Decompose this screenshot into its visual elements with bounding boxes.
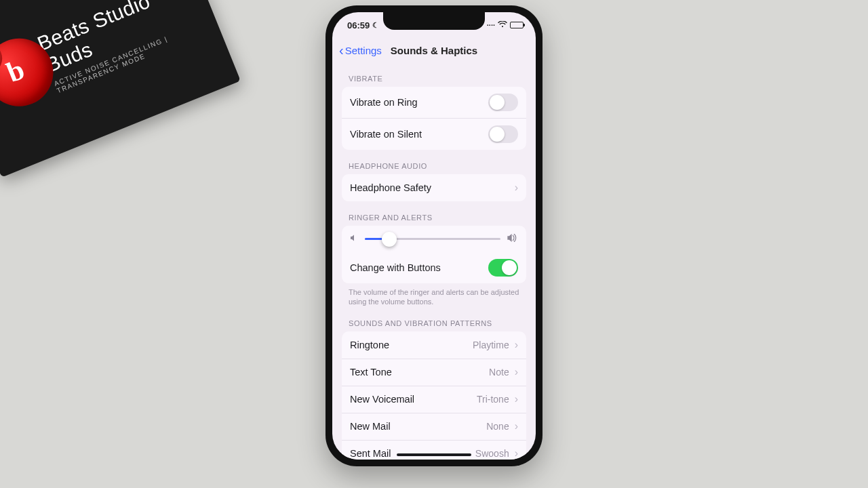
group-patterns: Ringtone Playtime › Text Tone Note › New…: [342, 331, 526, 460]
group-headphone: Headphone Safety ›: [342, 174, 526, 201]
group-header-vibrate: VIBRATE: [342, 62, 526, 87]
back-button[interactable]: ‹ Settings: [339, 43, 382, 57]
row-value: Tri-tone: [477, 394, 509, 405]
row-label: Vibrate on Ring: [350, 97, 418, 108]
row-new-voicemail[interactable]: New Voicemail Tri-tone ›: [342, 386, 526, 413]
row-vibrate-on-ring[interactable]: Vibrate on Ring: [342, 87, 526, 118]
row-label: Text Tone: [350, 367, 392, 378]
row-text-tone[interactable]: Text Tone Note ›: [342, 359, 526, 386]
row-label: Headphone Safety: [350, 182, 431, 193]
row-label: Ringtone: [350, 340, 389, 350]
wifi-icon: [498, 21, 507, 29]
notch: [383, 12, 485, 30]
chevron-right-icon: ›: [515, 393, 518, 405]
toggle-vibrate-on-ring[interactable]: [488, 94, 518, 111]
group-ringer: Change with Buttons: [342, 226, 526, 283]
signal-dots-icon: ····: [487, 21, 495, 29]
toggle-vibrate-on-silent[interactable]: [488, 125, 518, 143]
chevron-left-icon: ‹: [339, 43, 344, 57]
row-new-mail[interactable]: New Mail None ›: [342, 413, 526, 440]
battery-icon: [510, 22, 524, 28]
row-label: Change with Buttons: [350, 262, 441, 273]
row-ringtone[interactable]: Ringtone Playtime ›: [342, 331, 526, 359]
row-label: New Mail: [350, 421, 391, 432]
volume-low-icon: [350, 234, 358, 244]
beats-box: b Beats Studio Buds ACTIVE NOISE CANCELL…: [0, 0, 241, 178]
row-volume-slider[interactable]: [342, 226, 526, 252]
row-value: Playtime: [473, 340, 509, 350]
row-change-with-buttons[interactable]: Change with Buttons: [342, 252, 526, 283]
volume-slider[interactable]: [365, 238, 500, 240]
chevron-right-icon: ›: [515, 182, 518, 194]
row-label: New Voicemail: [350, 394, 414, 405]
back-label: Settings: [345, 45, 382, 56]
row-value: Note: [489, 367, 509, 378]
phone-screen: 06:59 ☾ ···· ‹ Settings Sounds & Haptics…: [332, 12, 536, 460]
chevron-right-icon: ›: [515, 366, 518, 378]
row-label: Vibrate on Silent: [350, 129, 422, 140]
volume-high-icon: [507, 234, 518, 244]
row-headphone-safety[interactable]: Headphone Safety ›: [342, 174, 526, 201]
row-label: Sent Mail: [350, 448, 391, 459]
group-header-ringer: RINGER AND ALERTS: [342, 201, 526, 226]
ringer-footer-text: The volume of the ringer and alerts can …: [342, 283, 526, 307]
dnd-moon-icon: ☾: [372, 21, 379, 30]
chevron-right-icon: ›: [515, 339, 518, 351]
row-value: None: [486, 421, 509, 432]
group-header-patterns: SOUNDS AND VIBRATION PATTERNS: [342, 307, 526, 331]
toggle-change-with-buttons[interactable]: [488, 259, 518, 277]
phone-frame: 06:59 ☾ ···· ‹ Settings Sounds & Haptics…: [326, 5, 542, 466]
row-sent-mail[interactable]: Sent Mail Swoosh ›: [342, 440, 526, 460]
group-header-headphone: HEADPHONE AUDIO: [342, 150, 526, 174]
status-time: 06:59: [347, 20, 370, 30]
chevron-right-icon: ›: [515, 420, 518, 432]
row-value: Swoosh: [475, 448, 509, 459]
home-indicator[interactable]: [397, 453, 471, 456]
chevron-right-icon: ›: [515, 447, 518, 460]
row-vibrate-on-silent[interactable]: Vibrate on Silent: [342, 118, 526, 150]
nav-bar: ‹ Settings Sounds & Haptics: [332, 38, 536, 62]
settings-content[interactable]: VIBRATE Vibrate on Ring Vibrate on Silen…: [332, 62, 536, 460]
group-vibrate: Vibrate on Ring Vibrate on Silent: [342, 87, 526, 150]
slider-knob[interactable]: [382, 232, 397, 247]
